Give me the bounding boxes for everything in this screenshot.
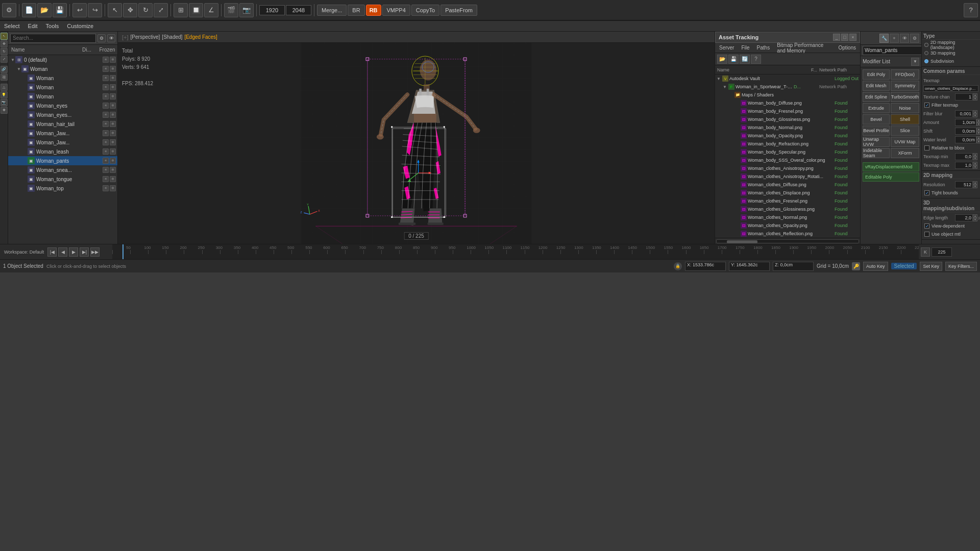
tree-visibility-btn[interactable]: ☀ bbox=[103, 84, 109, 90]
asset-expand-icon[interactable] bbox=[734, 215, 740, 220]
modifier-btn-bevel-profile[interactable]: Bevel Profile bbox=[863, 126, 890, 136]
tree-freeze-btn[interactable]: ❄ bbox=[110, 176, 116, 182]
asset-tree-item-tex16[interactable]: 🖼Woman_clothes_Opacity.pngFound bbox=[715, 221, 860, 230]
tree-expand-icon[interactable] bbox=[22, 94, 28, 99]
asset-close-button[interactable]: × bbox=[849, 34, 856, 41]
key-icon[interactable]: 🔑 bbox=[852, 262, 860, 270]
asset-scrollbar[interactable] bbox=[715, 238, 860, 244]
asset-expand-icon[interactable] bbox=[734, 125, 740, 130]
create-tab[interactable]: + bbox=[890, 34, 899, 43]
filter-blur-down[interactable]: ▼ bbox=[973, 114, 977, 117]
asset-menu-item[interactable]: Options bbox=[837, 45, 858, 51]
asset-tree-item-tex2[interactable]: 🖼Woman_body_Fresnel.pngFound bbox=[715, 107, 860, 115]
camera-tool[interactable]: 📷 bbox=[1, 99, 8, 106]
asset-expand-icon[interactable] bbox=[734, 207, 740, 212]
texmap-max-up[interactable]: ▲ bbox=[973, 162, 977, 165]
asset-tree-item-tex3[interactable]: 🖼Woman_body_Glossiness.pngFound bbox=[715, 115, 860, 123]
shift-up[interactable]: ▲ bbox=[976, 128, 980, 131]
tree-freeze-btn[interactable]: ❄ bbox=[110, 93, 116, 99]
tree-expand-icon[interactable] bbox=[22, 186, 28, 191]
utilities-tab[interactable]: ⚙ bbox=[910, 34, 919, 43]
asset-tree-item-tex8[interactable]: 🖼Woman_body_SSS_Overal_color.pngFound bbox=[715, 156, 860, 164]
scene-tree-item-Woman_sub3[interactable]: ▣Woman☀❄ bbox=[8, 92, 117, 101]
tree-expand-icon[interactable] bbox=[22, 140, 28, 145]
texture-chan-up[interactable]: ▲ bbox=[973, 93, 977, 97]
tree-freeze-btn[interactable]: ❄ bbox=[110, 185, 116, 191]
snap-icon[interactable]: 🔲 bbox=[189, 3, 203, 17]
tree-freeze-btn[interactable]: ❄ bbox=[110, 57, 116, 63]
asset-save-btn[interactable]: 💾 bbox=[728, 55, 739, 64]
resolution-spinbox[interactable]: ▲ ▼ bbox=[955, 181, 977, 188]
asset-expand-icon[interactable] bbox=[728, 92, 733, 97]
water-level-input[interactable] bbox=[955, 136, 976, 143]
asset-tree-item-maps_folder[interactable]: 📁Maps / Shaders bbox=[715, 91, 860, 99]
x-coord-field[interactable]: X: 1533.786c bbox=[685, 262, 726, 271]
relative-bbox-row[interactable]: Relative to bbox bbox=[923, 144, 978, 152]
view-dependent-checkbox[interactable] bbox=[924, 223, 929, 229]
tl-next-frame[interactable]: ▶| bbox=[80, 247, 89, 257]
tree-visibility-btn[interactable]: ☀ bbox=[103, 66, 109, 72]
tl-play[interactable]: ▶ bbox=[69, 247, 78, 257]
texture-chan-spinbox[interactable]: ▲ ▼ bbox=[955, 93, 977, 101]
scene-tree-item-Woman_eyes[interactable]: ▣Woman_eyes☀❄ bbox=[8, 101, 117, 110]
edge-length-up[interactable]: ▲ bbox=[973, 214, 977, 218]
shapes-tool[interactable]: △ bbox=[1, 84, 8, 91]
tree-freeze-btn[interactable]: ❄ bbox=[110, 158, 116, 164]
scene-search-input[interactable] bbox=[10, 34, 96, 43]
asset-expand-icon[interactable] bbox=[734, 141, 740, 146]
tree-expand-icon[interactable] bbox=[22, 85, 28, 90]
modifier-btn-edit-spline[interactable]: Edit Spline bbox=[863, 92, 890, 102]
resolution-up[interactable]: ▲ bbox=[973, 181, 977, 185]
texmap-min-spinbox[interactable]: ▲ ▼ bbox=[955, 153, 977, 160]
copyto-button[interactable]: CopyTo bbox=[411, 5, 439, 16]
asset-expand-icon[interactable] bbox=[734, 117, 740, 122]
tree-freeze-btn[interactable]: ❄ bbox=[110, 167, 116, 173]
edge-length-spinbox[interactable]: ▲ ▼ bbox=[955, 214, 977, 221]
water-level-down[interactable]: ▼ bbox=[976, 140, 980, 143]
asset-open-btn[interactable]: 📂 bbox=[717, 55, 727, 64]
asset-tree-item-tex9[interactable]: 🖼Woman_clothes_Anisotropy.pngFound bbox=[715, 164, 860, 172]
asset-scroll-thumb[interactable] bbox=[727, 240, 757, 243]
modifier-btn-symmetry[interactable]: Symmetry bbox=[891, 81, 919, 91]
modifier-btn-noise[interactable]: Noise bbox=[891, 103, 919, 113]
angle-snap-icon[interactable]: ∠ bbox=[204, 3, 218, 17]
tree-visibility-btn[interactable]: ☀ bbox=[103, 139, 109, 145]
tree-freeze-btn[interactable]: ❄ bbox=[110, 130, 116, 136]
modifier-btn-uvw-map[interactable]: UVW Map bbox=[891, 137, 919, 147]
asset-expand-icon[interactable]: ▼ bbox=[722, 84, 727, 89]
scene-tree-item-Woman_sub2[interactable]: ▣Woman☀❄ bbox=[8, 83, 117, 92]
tree-visibility-btn[interactable]: ☀ bbox=[103, 103, 109, 109]
modify-tab[interactable]: 🔧 bbox=[879, 34, 889, 43]
water-level-up[interactable]: ▲ bbox=[976, 136, 980, 140]
open-file-icon[interactable]: 📂 bbox=[37, 3, 52, 17]
asset-tree-item-tex15[interactable]: 🖼Woman_clothes_Normal.pngFound bbox=[715, 213, 860, 221]
use-object-mtl-row[interactable]: Use object mtl bbox=[923, 230, 978, 238]
scene-tree-item-Woman_jaw1[interactable]: ▣Woman_Jaw...☀❄ bbox=[8, 129, 117, 138]
asset-menu-item[interactable]: Bitmap Performance and Memory bbox=[775, 42, 833, 54]
stack-item-vraydisplacementmod[interactable]: vRayDisplacementMod bbox=[863, 162, 919, 171]
texmap-min-input[interactable] bbox=[955, 153, 973, 160]
unlink-tool[interactable]: ⛓ bbox=[1, 73, 8, 81]
amount-input[interactable] bbox=[955, 119, 976, 126]
menu-select[interactable]: Select bbox=[4, 23, 20, 29]
tree-visibility-btn[interactable]: ☀ bbox=[103, 112, 109, 118]
asset-expand-icon[interactable] bbox=[734, 198, 740, 204]
auto-key-button[interactable]: Auto Key bbox=[863, 262, 888, 271]
scene-tree-item-Woman[interactable]: ▼▣Woman☀❄ bbox=[8, 64, 117, 73]
asset-tree-item-tex10[interactable]: 🖼Woman_clothes_Anisotropy_Rotati...Found bbox=[715, 172, 860, 181]
tree-visibility-btn[interactable]: ☀ bbox=[103, 75, 109, 81]
modifier-btn-edit-poly[interactable]: Edit Poly bbox=[863, 69, 890, 80]
asset-expand-icon[interactable] bbox=[734, 166, 740, 171]
asset-reload-btn[interactable]: 🔄 bbox=[740, 55, 750, 64]
viewport-canvas[interactable]: Total Polys: 8 920 Verts: 9 641 FPS: 288… bbox=[118, 43, 715, 244]
move-tool[interactable]: ✥ bbox=[1, 40, 8, 47]
tree-freeze-btn[interactable]: ❄ bbox=[110, 66, 116, 72]
scene-display-icon[interactable]: 👁 bbox=[107, 34, 115, 42]
asset-tree-item-tex17[interactable]: 🖼Woman_clothes_Reflection.pngFound bbox=[715, 230, 860, 238]
tree-freeze-btn[interactable]: ❄ bbox=[110, 148, 116, 155]
render-icon[interactable]: 🎬 bbox=[224, 3, 238, 17]
texmap-min-up[interactable]: ▲ bbox=[973, 153, 977, 157]
modifier-btn-unwrap-uvw[interactable]: Unwrap UVW bbox=[863, 137, 890, 147]
asset-expand-icon[interactable] bbox=[734, 149, 740, 155]
scene-tree-item-Woman_hair[interactable]: ▣Woman_hair_tail☀❄ bbox=[8, 119, 117, 129]
